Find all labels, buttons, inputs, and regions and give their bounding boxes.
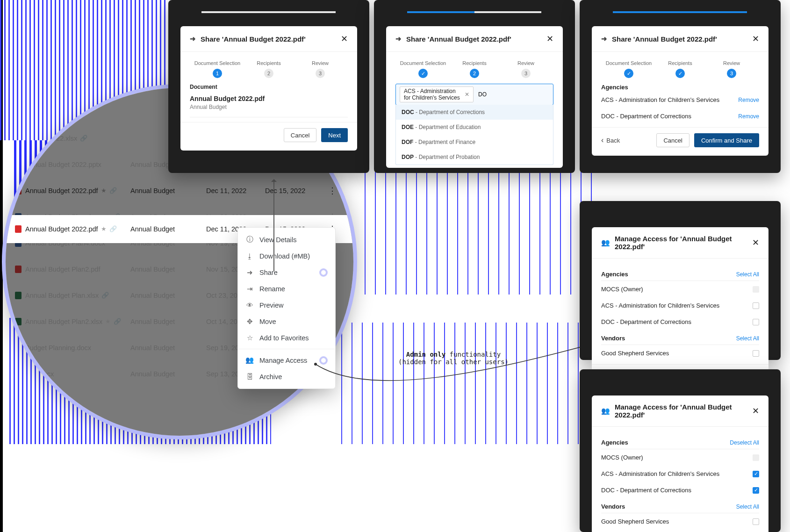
checkbox-disabled [753,286,759,293]
file-type: Annual Budget [130,225,206,233]
star-icon: ★ [101,225,107,232]
highlight-pulse-icon [319,268,328,277]
next-button[interactable]: Next [321,128,348,142]
remove-link[interactable]: Remove [738,113,759,120]
people-icon: 👥 [601,238,610,247]
select-all-link[interactable]: Select All [736,503,759,510]
menu-share[interactable]: ➜Share [238,264,335,280]
share-icon: ➜ [395,35,402,43]
remove-link[interactable]: Remove [738,97,759,103]
close-icon[interactable]: ✕ [752,237,759,248]
access-row-label: MOCS (Owner) [601,454,643,461]
wizard-stepper: Document Selection1 Recipients2 Review3 [192,60,346,78]
share-icon: ➜ [190,35,196,43]
docx-file-icon [15,344,22,352]
dialog-title: Manage Access for 'Annual Budget 2022.pd… [615,403,752,419]
section-heading: Document [190,84,348,90]
menu-view-details[interactable]: ⓘView Details [238,231,335,248]
menu-download[interactable]: ⭳Download (#MB) [238,248,335,264]
select-all-link[interactable]: Select All [736,271,759,278]
eye-icon: 👁 [245,302,254,309]
section-heading: Vendors [601,335,625,342]
close-icon[interactable]: ✕ [546,34,553,44]
checkbox[interactable]: ✓ [753,471,759,477]
recipient-chip: ACS - Administration for Children's Serv… [400,86,474,102]
dialog-title: Share 'Annual Budget 2022.pdf' [612,35,717,43]
share-dialog-step2-screenshot: ➜ Share 'Annual Budget 2022.pdf' ✕ Docum… [374,0,575,173]
share-dialog-step1-screenshot: ➜ Share 'Annual Budget 2022.pdf' ✕ Docum… [168,0,369,173]
autocomplete-option[interactable]: DOE - Department of Education [396,120,553,135]
access-row: Good Shepherd Services [601,345,759,361]
access-row: MOCS (Owner) [601,281,759,297]
close-icon[interactable]: ✕ [341,34,348,44]
xlsx-file-icon [15,135,22,142]
chip-remove-icon[interactable]: ✕ [465,91,469,98]
close-icon[interactable]: ✕ [752,34,759,44]
download-icon: ⭳ [245,252,254,260]
access-row-label: Good Shepherd Services [601,518,669,525]
menu-move[interactable]: ✥Move [238,313,335,330]
section-heading: Agencies [601,271,628,278]
info-icon: ⓘ [245,235,254,244]
access-row-label: DOC - Department of Corrections [601,487,691,494]
share-dialog-step3-screenshot: ➜ Share 'Annual Budget 2022.pdf' ✕ Docum… [580,0,781,173]
select-all-link[interactable]: Select All [736,335,759,342]
review-recipient: DOC - Department of Corrections Remove [601,108,759,124]
checkbox[interactable] [753,518,759,525]
cancel-button[interactable]: Cancel [656,133,689,147]
access-row: DOC - Department of Corrections [601,314,759,330]
recipients-input[interactable]: ACS - Administration for Children's Serv… [395,84,553,105]
menu-rename[interactable]: ⇥Rename [238,280,335,297]
manage-access-dialog-empty-screenshot: 👥 Manage Access for 'Annual Budget 2022.… [580,201,781,360]
archive-icon: 🗄 [245,373,254,381]
section-heading: Vendors [601,503,625,510]
share-icon: ➜ [245,269,254,276]
autocomplete-option[interactable]: DOF - Department of Finance [396,135,553,150]
review-recipient: ACS - Administration for Children's Serv… [601,92,759,108]
cancel-button[interactable]: Cancel [284,128,316,142]
checkbox-disabled [753,454,759,461]
move-icon: ✥ [245,318,254,325]
pptx-file-icon [15,161,22,168]
checkbox[interactable]: ✓ [753,487,759,494]
dialog-title: Share 'Annual Budget 2022.pdf' [201,35,306,43]
link-icon: 🔗 [109,225,117,232]
dialog-title: Share 'Annual Budget 2022.pdf' [406,35,511,43]
annotation-arrow [273,180,274,271]
back-button[interactable]: Back [601,133,626,147]
file-name: Annual Budget 2022.pdf ★ 🔗 [25,225,130,233]
confirm-share-button[interactable]: Confirm and Share [694,133,759,147]
people-icon: 👥 [601,407,610,415]
checkbox[interactable] [753,350,759,357]
section-heading: Agencies [601,84,759,91]
section-heading: Agencies [601,439,628,446]
access-row-label: ACS - Administration for Children's Serv… [601,470,719,477]
menu-preview[interactable]: 👁Preview [238,297,335,313]
manage-access-dialog-selected-screenshot: 👥 Manage Access for 'Annual Budget 2022.… [580,369,781,532]
close-icon[interactable]: ✕ [752,406,759,416]
checkbox[interactable] [753,302,759,309]
recipients-search[interactable] [477,91,549,98]
deselect-all-link[interactable]: Deselect All [730,439,759,446]
access-row: ACS - Administration for Children's Serv… [601,297,759,314]
docx-file-icon [15,370,22,378]
people-icon: 👥 [245,356,254,364]
rename-icon: ⇥ [245,285,254,293]
share-icon: ➜ [601,35,607,43]
star-icon: ☆ [245,334,254,342]
autocomplete-option[interactable]: DOC - Department of Corrections [396,105,553,120]
dialog-title: Manage Access for 'Annual Budget 2022.pd… [615,235,752,251]
autocomplete-option[interactable]: DOP - Department of Probation [396,150,553,165]
selected-document-type: Annual Budget [190,104,348,110]
pdf-file-icon [15,225,22,233]
recipients-autocomplete: DOC - Department of CorrectionsDOE - Dep… [395,105,553,165]
svg-point-1 [314,363,317,366]
share-dialog: ➜ Share 'Annual Budget 2022.pdf' ✕ Docum… [180,26,357,151]
annotation-admin-only: Admin only functionality (hidden for all… [383,351,524,366]
selected-document-name: Annual Budget 2022.pdf [190,95,348,102]
checkbox[interactable] [753,319,759,325]
